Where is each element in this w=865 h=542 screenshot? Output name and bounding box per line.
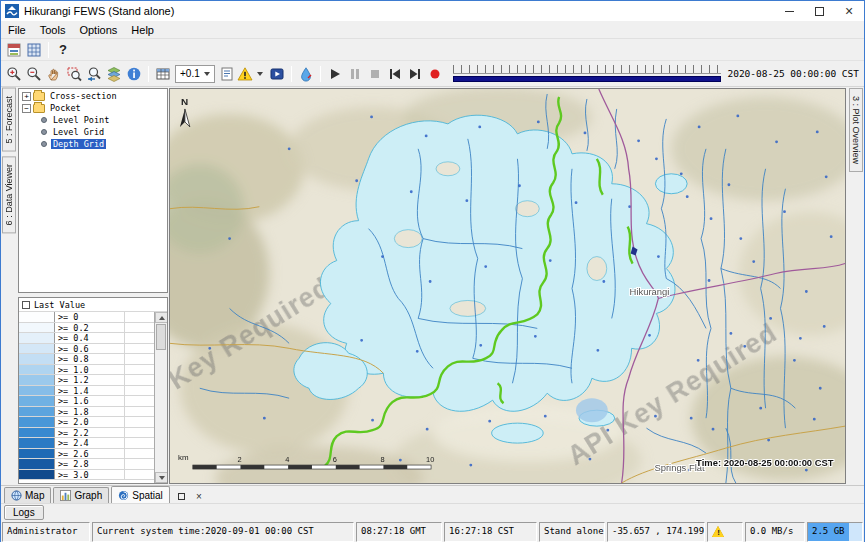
- status-warning-cell[interactable]: !: [707, 522, 743, 542]
- legend-row[interactable]: >= 2.2: [19, 428, 154, 439]
- logs-button[interactable]: Logs: [4, 505, 44, 520]
- tree-node-pocket[interactable]: − Pocket: [19, 102, 167, 114]
- record-button[interactable]: [425, 64, 445, 84]
- legend-label: >= 2.0: [55, 417, 125, 427]
- time-slider-range-bar[interactable]: [453, 76, 722, 82]
- warning-icon: [237, 66, 253, 82]
- animation-display-button[interactable]: [267, 64, 287, 84]
- longitudinal-profile-button[interactable]: [296, 64, 316, 84]
- contour-interval-select[interactable]: +0.1: [175, 65, 215, 83]
- record-icon: [427, 66, 443, 82]
- wetland-patch: [576, 398, 608, 422]
- legend-row[interactable]: >= 0.2: [19, 323, 154, 334]
- menu-tools[interactable]: Tools: [33, 21, 73, 38]
- tab-map[interactable]: Map: [4, 487, 51, 503]
- legend-swatch: [19, 365, 55, 375]
- tree-node-cross-section[interactable]: + Cross-section: [19, 90, 167, 102]
- status-system-time: Current system time:2020-09-01 00:00 CST: [92, 522, 354, 542]
- scroll-thumb[interactable]: [156, 324, 166, 350]
- legend-row[interactable]: >= 0: [19, 312, 154, 323]
- tab-forecast[interactable]: 5 : Forecast: [2, 88, 16, 152]
- scroll-down-icon[interactable]: [155, 472, 168, 483]
- status-memory: 2.5 GB: [807, 522, 863, 542]
- step-back-button[interactable]: [385, 64, 405, 84]
- legend-row[interactable]: >= 2.0: [19, 417, 154, 428]
- stop-button[interactable]: [365, 64, 385, 84]
- map-view[interactable]: API Key Required API Key Required: [169, 88, 846, 484]
- svg-text:4: 4: [285, 455, 289, 464]
- legend-row[interactable]: >= 1.4: [19, 386, 154, 397]
- zoom-previous-icon: [86, 66, 102, 82]
- tab-plot-overview[interactable]: 3 : Plot Overview: [849, 88, 863, 172]
- legend-row[interactable]: >= 2.8: [19, 459, 154, 470]
- legend-swatch: [19, 459, 55, 469]
- zoom-in-button[interactable]: [4, 64, 24, 84]
- collapse-icon[interactable]: −: [22, 104, 31, 113]
- legend-row[interactable]: >= 0.8: [19, 354, 154, 365]
- tree-node-label: Cross-section: [48, 91, 119, 101]
- hand-icon: [46, 66, 62, 82]
- zoom-to-selection-button[interactable]: [64, 64, 84, 84]
- legend-row[interactable]: >= 1.6: [19, 396, 154, 407]
- status-user: Administrator: [2, 522, 90, 542]
- tab-close-icon[interactable]: ×: [192, 489, 206, 503]
- legend-row[interactable]: >= 1.8: [19, 407, 154, 418]
- report-button[interactable]: [217, 64, 237, 84]
- tree-node-level-grid[interactable]: Level Grid: [19, 126, 167, 138]
- tab-float-icon[interactable]: [175, 489, 189, 503]
- tab-data-viewer[interactable]: 6 : Data Viewer: [2, 156, 16, 233]
- legend-label: >= 0.8: [55, 354, 125, 364]
- tree-node-label: Depth Grid: [51, 139, 106, 149]
- table-icon: [155, 66, 171, 82]
- tab-label: Spatial: [132, 490, 163, 501]
- legend-row[interactable]: >= 1.2: [19, 375, 154, 386]
- minimize-button[interactable]: [774, 1, 804, 21]
- folder-icon: [33, 92, 45, 101]
- legend-row[interactable]: >= 3.0: [19, 470, 154, 481]
- scroll-up-icon[interactable]: [155, 312, 168, 323]
- menu-help[interactable]: Help: [124, 21, 161, 38]
- menu-options[interactable]: Options: [72, 21, 124, 38]
- legend-label: >= 1.8: [55, 407, 125, 417]
- tree-node-label: Level Grid: [51, 127, 106, 137]
- pan-button[interactable]: [44, 64, 64, 84]
- time-slider[interactable]: [453, 65, 722, 82]
- menu-file[interactable]: File: [1, 21, 33, 38]
- svg-text:10: 10: [426, 455, 434, 464]
- play-button[interactable]: [325, 64, 345, 84]
- zoom-out-button[interactable]: [24, 64, 44, 84]
- grid-display-button[interactable]: [24, 40, 44, 60]
- legend-row[interactable]: >= 1.0: [19, 365, 154, 376]
- legend-row[interactable]: >= 0.4: [19, 333, 154, 344]
- help-button[interactable]: ?: [53, 40, 73, 60]
- close-button[interactable]: ×: [834, 1, 864, 21]
- skip-forward-icon: [407, 66, 423, 82]
- legend-label: >= 2.6: [55, 449, 125, 459]
- zoom-in-icon: [6, 66, 22, 82]
- map-canvas[interactable]: API Key Required API Key Required: [170, 89, 845, 483]
- legend-swatch: [19, 449, 55, 459]
- legend-row[interactable]: >= 0.6: [19, 344, 154, 355]
- legend-label: >= 2.8: [55, 459, 125, 469]
- info-button[interactable]: [124, 64, 144, 84]
- last-value-checkbox[interactable]: [22, 301, 30, 309]
- globe-icon: [11, 490, 22, 501]
- step-forward-button[interactable]: [405, 64, 425, 84]
- legend-row[interactable]: >= 2.4: [19, 438, 154, 449]
- tab-spatial[interactable]: Spatial: [111, 486, 170, 503]
- grid-table-button[interactable]: [153, 64, 173, 84]
- open-database-button[interactable]: [4, 40, 24, 60]
- maximize-button[interactable]: [804, 1, 834, 21]
- layers-button[interactable]: [104, 64, 124, 84]
- legend-row[interactable]: >= 2.6: [19, 449, 154, 460]
- expand-icon[interactable]: +: [22, 92, 31, 101]
- skip-back-icon: [387, 66, 403, 82]
- tree-node-depth-grid[interactable]: Depth Grid: [19, 138, 167, 150]
- tree-node-level-point[interactable]: Level Point: [19, 114, 167, 126]
- zoom-previous-button[interactable]: [84, 64, 104, 84]
- legend-swatch: [19, 344, 55, 354]
- tab-graph[interactable]: Graph: [53, 487, 109, 503]
- pause-button[interactable]: [345, 64, 365, 84]
- thresholds-dropdown-button[interactable]: [237, 66, 267, 82]
- legend-scrollbar[interactable]: [154, 312, 167, 483]
